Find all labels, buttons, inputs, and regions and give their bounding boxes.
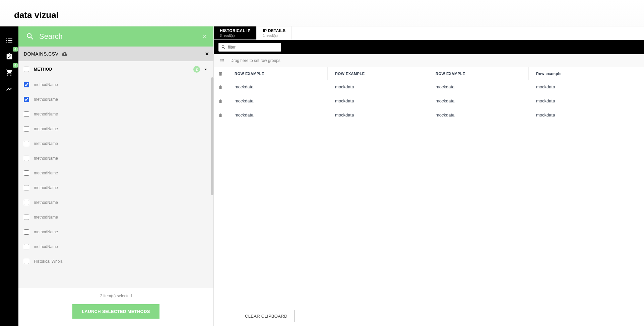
method-header-label: METHOD	[34, 67, 193, 72]
trash-icon	[218, 85, 223, 89]
method-item[interactable]: methodName	[18, 121, 213, 136]
clipboard-badge: 4	[13, 47, 18, 52]
scrollbar-thumb[interactable]	[211, 77, 213, 195]
bottom-bar: CLEAR CLIPBOARD	[214, 306, 644, 326]
right-panel: HISTORICAL IP3 result(s)IP DETAILS1 resu…	[214, 26, 644, 326]
filter-row	[214, 40, 644, 54]
search-icon	[221, 45, 228, 50]
method-select-all-checkbox[interactable]	[24, 67, 29, 72]
table-row[interactable]: mockdatamockdatamockdatamockdata	[214, 80, 644, 94]
top-bar: data vizual	[0, 0, 644, 26]
trash-icon	[218, 71, 223, 76]
table-cell: mockdata	[428, 98, 529, 103]
table-cell: mockdata	[227, 98, 328, 103]
method-item[interactable]: methodName	[18, 239, 213, 254]
method-checkbox[interactable]	[24, 215, 29, 220]
method-name-label: methodName	[34, 112, 58, 116]
table-row[interactable]: mockdatamockdatamockdatamockdata	[214, 108, 644, 122]
cloud-upload-icon[interactable]	[62, 51, 67, 57]
method-item[interactable]: methodName	[18, 77, 213, 92]
row-delete-button[interactable]	[214, 108, 227, 122]
launch-methods-button[interactable]: LAUNCH SELECTED METHODS	[72, 304, 159, 319]
file-name: DOMAINS.CSV	[24, 51, 59, 57]
table-cell: mockdata	[529, 98, 644, 103]
method-checkbox[interactable]	[24, 185, 29, 190]
cart-icon	[6, 69, 13, 76]
table-cell: mockdata	[227, 112, 328, 117]
group-rows-icon	[220, 58, 224, 63]
method-checkbox[interactable]	[24, 259, 29, 264]
method-item[interactable]: methodName	[18, 107, 213, 121]
tab-title: IP DETAILS	[263, 28, 285, 33]
method-group-header[interactable]: METHOD 2	[18, 61, 213, 77]
close-icon: ×	[205, 51, 209, 57]
table-row[interactable]: mockdatamockdatamockdatamockdata	[214, 94, 644, 108]
method-checkbox[interactable]	[24, 244, 29, 249]
method-checkbox[interactable]	[24, 97, 29, 102]
method-checkbox[interactable]	[24, 126, 29, 132]
method-item[interactable]: methodName	[18, 136, 213, 151]
method-name-label: methodName	[34, 244, 58, 249]
tab-title: HISTORICAL IP	[220, 28, 250, 33]
method-checkbox[interactable]	[24, 170, 29, 176]
clear-clipboard-button[interactable]: CLEAR CLIPBOARD	[238, 310, 295, 322]
filter-box	[218, 43, 281, 52]
grid-header: ROW EXAMPLE ROW EXAMPLE ROW EXAMPLE Row …	[214, 67, 644, 80]
row-group-drop-zone[interactable]: Drag here to set row groups	[214, 54, 644, 67]
chevron-down-icon	[203, 66, 209, 72]
method-checkbox[interactable]	[24, 200, 29, 205]
method-item[interactable]: Historical Whois	[18, 254, 213, 269]
method-item[interactable]: methodName	[18, 151, 213, 166]
results-tab[interactable]: HISTORICAL IP3 result(s)	[214, 26, 257, 39]
row-delete-button[interactable]	[214, 94, 227, 108]
column-header[interactable]: Row example	[529, 67, 644, 80]
method-checkbox[interactable]	[24, 82, 29, 87]
column-header[interactable]: ROW EXAMPLE	[328, 67, 428, 80]
drag-hint-text: Drag here to set row groups	[231, 58, 280, 63]
filter-input[interactable]	[228, 45, 278, 50]
method-list[interactable]: methodNamemethodNamemethodNamemethodName…	[18, 77, 213, 288]
menu-list-icon	[5, 36, 13, 45]
file-close-button[interactable]: ×	[205, 51, 209, 58]
method-checkbox[interactable]	[24, 141, 29, 146]
method-item[interactable]: methodName	[18, 225, 213, 239]
search-input[interactable]	[39, 32, 202, 41]
close-icon: ×	[202, 32, 207, 40]
table-cell: mockdata	[328, 98, 428, 103]
rail-analytics-button[interactable]	[0, 81, 18, 97]
rail-menu-button[interactable]	[0, 32, 18, 49]
method-count-badge: 2	[193, 66, 200, 73]
table-cell: mockdata	[529, 112, 644, 117]
table-cell: mockdata	[227, 84, 328, 89]
method-name-label: methodName	[34, 82, 58, 87]
search-clear-button[interactable]: ×	[202, 32, 207, 41]
method-item[interactable]: methodName	[18, 210, 213, 225]
search-bar: ×	[18, 26, 213, 47]
column-header[interactable]: ROW EXAMPLE	[428, 67, 529, 80]
method-name-label: methodName	[34, 97, 58, 102]
file-header: DOMAINS.CSV ×	[18, 47, 213, 61]
method-item[interactable]: methodName	[18, 195, 213, 210]
search-icon	[26, 32, 39, 41]
method-name-label: methodName	[34, 200, 58, 205]
method-checkbox[interactable]	[24, 111, 29, 117]
method-item[interactable]: methodName	[18, 166, 213, 180]
method-name-label: Historical Whois	[34, 259, 63, 264]
table-cell: mockdata	[529, 84, 644, 89]
column-header[interactable]: ROW EXAMPLE	[227, 67, 328, 80]
method-item[interactable]: methodName	[18, 180, 213, 195]
method-item[interactable]: methodName	[18, 92, 213, 107]
row-delete-button[interactable]	[214, 80, 227, 94]
sidebar-rail: 4 4	[0, 26, 18, 326]
trash-column-header	[214, 67, 227, 80]
rail-clipboard-button[interactable]: 4	[0, 49, 18, 65]
results-tab[interactable]: IP DETAILS1 result(s)	[257, 26, 292, 39]
tab-subtitle: 1 result(s)	[263, 34, 285, 37]
method-checkbox[interactable]	[24, 156, 29, 161]
method-checkbox[interactable]	[24, 229, 29, 235]
method-name-label: methodName	[34, 230, 58, 234]
table-cell: mockdata	[428, 112, 529, 117]
selected-count-text: 2 item(s) selected	[100, 294, 132, 298]
rail-cart-button[interactable]: 4	[0, 65, 18, 81]
table-cell: mockdata	[328, 112, 428, 117]
